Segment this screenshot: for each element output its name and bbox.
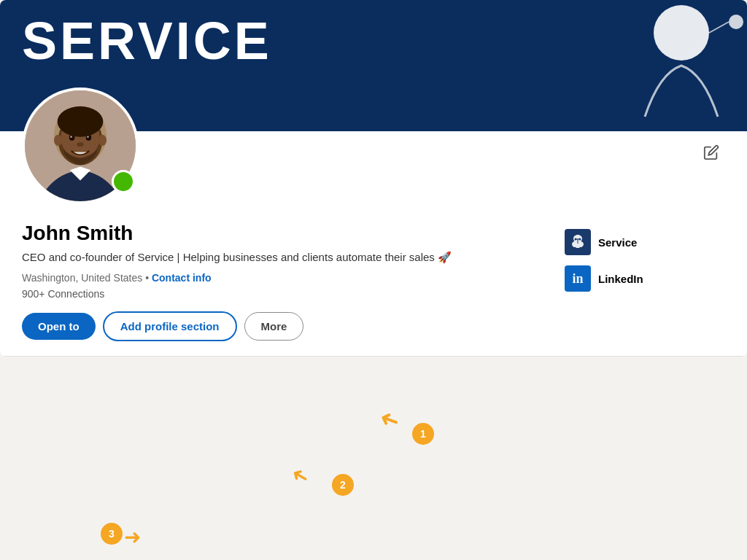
service-company-name: Service (598, 236, 637, 249)
location-dot: • (145, 272, 152, 284)
company-linkedin[interactable]: in LinkedIn (565, 265, 725, 292)
avatar-section (0, 88, 747, 207)
annotation-1: 1 (412, 423, 434, 445)
connections-count: 900+ Connections (22, 288, 565, 300)
linkedin-company-name: LinkedIn (598, 273, 643, 285)
svg-point-0 (654, 5, 709, 61)
open-to-button[interactable]: Open to (22, 313, 96, 340)
annotation-1-arrow: ➜ (375, 405, 403, 438)
svg-point-9 (70, 136, 72, 138)
profile-headline: CEO and co-founder of Service | Helping … (22, 249, 518, 265)
profile-location: Washington, United States • Contact info (22, 272, 565, 284)
profile-right: Service in LinkedIn (565, 229, 725, 292)
linkedin-in-text: in (572, 271, 583, 287)
svg-line-2 (709, 22, 729, 33)
annotation-2: 2 (332, 474, 354, 496)
svg-point-1 (729, 15, 743, 29)
profile-card: SERVICE (0, 0, 747, 357)
linkedin-logo: in (565, 265, 591, 292)
svg-point-13 (54, 135, 62, 146)
more-button[interactable]: More (244, 312, 304, 341)
contact-info-link[interactable]: Contact info (152, 272, 212, 284)
svg-point-14 (98, 135, 107, 146)
profile-info: John Smith CEO and co-founder of Service… (0, 207, 747, 356)
online-status-dot (112, 170, 135, 193)
annotation-circle-2: 2 (332, 474, 354, 496)
annotation-2-arrow: ➜ (287, 462, 313, 491)
svg-point-11 (77, 142, 84, 147)
profile-left: John Smith CEO and co-founder of Service… (22, 222, 565, 356)
service-logo (565, 229, 591, 255)
company-service[interactable]: Service (565, 229, 725, 255)
add-profile-section-button[interactable]: Add profile section (103, 311, 237, 341)
edit-profile-button[interactable] (697, 139, 725, 168)
svg-point-12 (58, 106, 104, 137)
location-text: Washington, United States (22, 272, 142, 284)
annotation-3: 3 (101, 523, 123, 545)
avatar-wrapper (22, 88, 139, 204)
action-buttons: Open to Add profile section More (22, 311, 565, 341)
annotation-circle-1: 1 (412, 423, 434, 445)
profile-name: John Smith (22, 222, 565, 245)
annotation-circle-3: 3 (101, 523, 123, 545)
annotation-3-arrow: ➜ (124, 525, 141, 549)
profile-divider (0, 356, 747, 357)
banner-title: SERVICE (22, 11, 272, 71)
